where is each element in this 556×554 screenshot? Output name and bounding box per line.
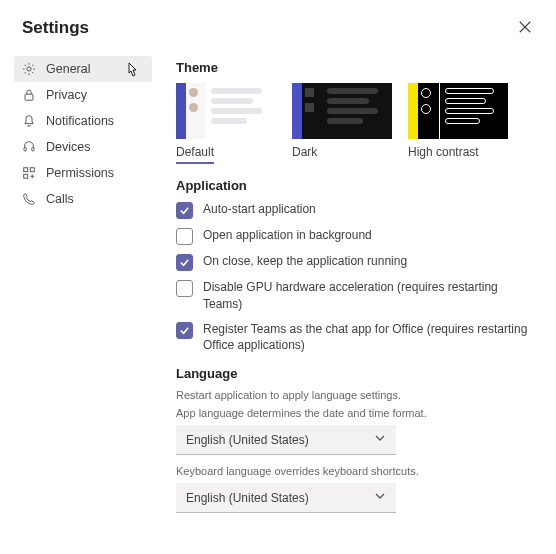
checkbox-open-background[interactable]: Open application in background bbox=[176, 227, 532, 245]
sidebar-item-privacy[interactable]: Privacy bbox=[14, 82, 152, 108]
svg-rect-6 bbox=[24, 174, 28, 178]
sidebar-item-general[interactable]: General bbox=[14, 56, 152, 82]
lock-icon bbox=[22, 88, 36, 102]
theme-preview-dark bbox=[292, 83, 392, 139]
checkbox-auto-start[interactable]: Auto-start application bbox=[176, 201, 532, 219]
settings-sidebar: General Privacy Notifications Devices Pe… bbox=[0, 50, 152, 533]
chevron-down-icon bbox=[374, 432, 386, 447]
select-value: English (United States) bbox=[186, 433, 309, 447]
pointer-cursor-icon bbox=[124, 62, 140, 83]
sidebar-item-label: Permissions bbox=[46, 166, 114, 180]
checkbox-label: Open application in background bbox=[203, 227, 372, 244]
svg-rect-1 bbox=[25, 94, 33, 100]
checkbox-icon bbox=[176, 254, 193, 271]
close-button[interactable] bbox=[518, 20, 534, 36]
checkbox-icon bbox=[176, 322, 193, 339]
chevron-down-icon bbox=[374, 490, 386, 505]
svg-rect-4 bbox=[24, 168, 28, 172]
theme-preview-default bbox=[176, 83, 276, 139]
theme-option-high-contrast[interactable]: High contrast bbox=[408, 83, 508, 164]
sidebar-item-calls[interactable]: Calls bbox=[14, 186, 152, 212]
bell-icon bbox=[22, 114, 36, 128]
checkbox-label: On close, keep the application running bbox=[203, 253, 407, 270]
language-heading: Language bbox=[176, 366, 532, 381]
theme-label: High contrast bbox=[408, 139, 479, 162]
apps-icon bbox=[22, 166, 36, 180]
close-icon bbox=[518, 20, 532, 34]
page-title: Settings bbox=[22, 18, 89, 38]
svg-rect-2 bbox=[24, 147, 26, 151]
checkbox-disable-gpu[interactable]: Disable GPU hardware acceleration (requi… bbox=[176, 279, 532, 313]
gear-icon bbox=[22, 62, 36, 76]
select-value: English (United States) bbox=[186, 491, 309, 505]
checkbox-icon bbox=[176, 202, 193, 219]
sidebar-item-label: Calls bbox=[46, 192, 74, 206]
language-restart-hint: Restart application to apply language se… bbox=[176, 389, 532, 401]
svg-point-0 bbox=[27, 67, 31, 71]
theme-option-default[interactable]: Default bbox=[176, 83, 276, 164]
app-language-hint: App language determines the date and tim… bbox=[176, 407, 532, 419]
theme-heading: Theme bbox=[176, 60, 532, 75]
sidebar-item-devices[interactable]: Devices bbox=[14, 134, 152, 160]
theme-label: Dark bbox=[292, 139, 317, 162]
checkbox-icon bbox=[176, 228, 193, 245]
sidebar-item-label: General bbox=[46, 62, 90, 76]
theme-label: Default bbox=[176, 139, 214, 164]
checkbox-label: Auto-start application bbox=[203, 201, 316, 218]
phone-icon bbox=[22, 192, 36, 206]
sidebar-item-notifications[interactable]: Notifications bbox=[14, 108, 152, 134]
sidebar-item-permissions[interactable]: Permissions bbox=[14, 160, 152, 186]
keyboard-language-hint: Keyboard language overrides keyboard sho… bbox=[176, 465, 532, 477]
checkbox-label: Disable GPU hardware acceleration (requi… bbox=[203, 279, 532, 313]
svg-rect-5 bbox=[30, 168, 34, 172]
application-heading: Application bbox=[176, 178, 532, 193]
sidebar-item-label: Notifications bbox=[46, 114, 114, 128]
checkbox-keep-running[interactable]: On close, keep the application running bbox=[176, 253, 532, 271]
sidebar-item-label: Devices bbox=[46, 140, 90, 154]
sidebar-item-label: Privacy bbox=[46, 88, 87, 102]
theme-preview-high-contrast bbox=[408, 83, 508, 139]
theme-option-dark[interactable]: Dark bbox=[292, 83, 392, 164]
checkbox-label: Register Teams as the chat app for Offic… bbox=[203, 321, 532, 355]
checkbox-icon bbox=[176, 280, 193, 297]
app-language-select[interactable]: English (United States) bbox=[176, 425, 396, 455]
theme-options: Default Dark bbox=[176, 83, 532, 164]
svg-rect-3 bbox=[32, 147, 34, 151]
checkbox-register-chat-app[interactable]: Register Teams as the chat app for Offic… bbox=[176, 321, 532, 355]
headset-icon bbox=[22, 140, 36, 154]
keyboard-language-select[interactable]: English (United States) bbox=[176, 483, 396, 513]
